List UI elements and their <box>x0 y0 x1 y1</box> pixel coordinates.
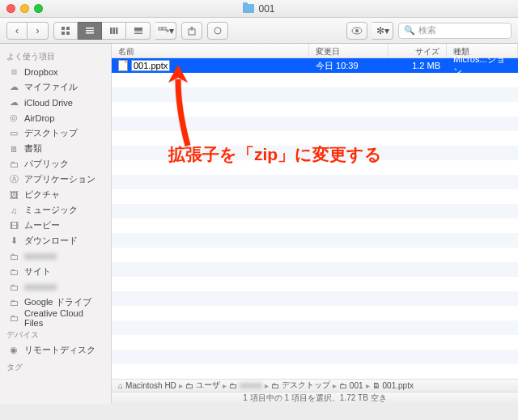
document-icon: 🗎 <box>8 144 19 154</box>
svg-rect-8 <box>113 28 115 34</box>
file-size: 1.2 MB <box>388 61 447 70</box>
sidebar-item-blurred2[interactable]: 🗀 <box>0 279 111 295</box>
svg-rect-9 <box>116 28 118 34</box>
hd-icon: ⌂ <box>118 381 123 390</box>
col-date[interactable]: 変更日 <box>309 44 388 57</box>
pictures-icon: 🖼 <box>8 190 19 200</box>
sidebar-item-music[interactable]: ♫ミュージック <box>0 202 111 218</box>
folder-icon: 🗀 <box>8 298 19 308</box>
dropbox-icon: ⧇ <box>8 67 19 77</box>
sidebar-item-movies[interactable]: 🎞ムービー <box>0 218 111 233</box>
arrange-button[interactable]: ▾ <box>155 22 176 40</box>
svg-rect-13 <box>159 28 162 30</box>
window-title: 001 <box>0 3 518 15</box>
svg-rect-6 <box>86 32 94 34</box>
folder-icon: 🗀 <box>229 381 237 390</box>
file-list-pane: 名前 変更日 サイズ 種類 001.pptx 今日 10:39 1.2 MB M… <box>112 44 518 404</box>
path-item[interactable]: ⌂Macintosh HD <box>118 381 176 390</box>
search-icon: 🔍 <box>404 25 415 36</box>
folder-icon: 🗀 <box>8 252 19 261</box>
folder-icon: 🗀 <box>8 282 19 292</box>
window-title-text: 001 <box>258 3 274 15</box>
svg-rect-5 <box>86 30 94 32</box>
svg-rect-12 <box>134 33 142 34</box>
file-date: 今日 10:39 <box>309 60 388 72</box>
svg-rect-2 <box>62 32 65 35</box>
disc-icon: ◉ <box>8 346 19 355</box>
column-view-button[interactable] <box>102 22 126 40</box>
arrange-group: ▾ <box>155 22 176 40</box>
sidebar-item-remotedisc[interactable]: ◉リモートディスク <box>0 342 111 358</box>
sidebar-item-airdrop[interactable]: ◎AirDrop <box>0 110 111 125</box>
nav-buttons: ‹ › <box>6 22 49 40</box>
desktop-icon: ▭ <box>8 129 19 138</box>
search-field[interactable]: 🔍 検索 <box>398 23 512 39</box>
forward-button[interactable]: › <box>28 22 49 40</box>
sidebar-heading-devices: デバイス <box>0 325 111 342</box>
sidebar: よく使う項目 ⧇Dropbox ☁マイファイル ☁iCloud Drive ◎A… <box>0 44 112 404</box>
svg-rect-1 <box>66 27 70 30</box>
col-size[interactable]: サイズ <box>388 44 447 57</box>
path-item[interactable]: 🗀 <box>229 381 262 390</box>
movie-icon: 🎞 <box>8 221 19 231</box>
path-item[interactable]: 🗎001.pptx <box>372 381 414 390</box>
cloud-icon: ☁ <box>8 83 19 92</box>
folder-icon: 🗀 <box>8 313 19 323</box>
svg-rect-0 <box>62 27 65 30</box>
sidebar-item-icloud[interactable]: ☁iCloud Drive <box>0 95 111 110</box>
sidebar-item-pictures[interactable]: 🖼ピクチャ <box>0 187 111 202</box>
file-icon <box>118 60 128 71</box>
file-rows: 001.pptx 今日 10:39 1.2 MB Micros...ション 拡張… <box>112 58 518 379</box>
music-icon: ♫ <box>8 206 19 215</box>
quicklook-button[interactable] <box>346 22 367 40</box>
folder-icon: 🗀 <box>185 381 193 390</box>
toolbar: ‹ › ▾ ✻▾ 🔍 検索 <box>0 18 518 44</box>
list-view-button[interactable] <box>78 22 102 40</box>
share-button[interactable] <box>181 22 202 40</box>
sidebar-item-sites[interactable]: 🗀サイト <box>0 264 111 279</box>
tags-button[interactable] <box>207 22 228 40</box>
svg-rect-7 <box>110 28 113 34</box>
svg-rect-11 <box>134 32 142 32</box>
view-switcher <box>53 22 151 40</box>
sidebar-item-dropbox[interactable]: ⧇Dropbox <box>0 64 111 79</box>
sidebar-heading-favorites: よく使う項目 <box>0 47 111 64</box>
sidebar-item-applications[interactable]: Ⓐアプリケーション <box>0 172 111 187</box>
path-bar: ⌂Macintosh HD▸ 🗀ユーザ▸ 🗀▸ 🗀デスクトップ▸ 🗀001▸ 🗎… <box>112 379 518 392</box>
folder-icon: 🗀 <box>339 381 347 390</box>
folder-icon: 🗀 <box>271 381 279 390</box>
sidebar-item-cc[interactable]: 🗀Creative Cloud Files <box>0 310 111 325</box>
download-icon: ⬇ <box>8 236 19 246</box>
coverflow-view-button[interactable] <box>126 22 151 40</box>
search-placeholder: 検索 <box>418 24 436 36</box>
sidebar-item-myfiles[interactable]: ☁マイファイル <box>0 79 111 95</box>
svg-point-18 <box>355 29 359 32</box>
cloud-icon: ☁ <box>8 98 19 108</box>
svg-rect-14 <box>163 28 166 30</box>
svg-rect-4 <box>86 28 94 29</box>
sidebar-item-desktop[interactable]: ▭デスクトップ <box>0 125 111 141</box>
action-button[interactable]: ✻▾ <box>372 22 393 40</box>
folder-icon <box>243 4 254 13</box>
annotation-arrow <box>163 65 204 154</box>
back-button[interactable]: ‹ <box>6 22 28 40</box>
sidebar-item-documents[interactable]: 🗎書類 <box>0 141 111 156</box>
icon-view-button[interactable] <box>53 22 78 40</box>
folder-icon: 🗀 <box>8 159 19 169</box>
svg-point-16 <box>214 28 221 34</box>
svg-rect-3 <box>66 32 70 35</box>
airdrop-icon: ◎ <box>8 113 19 123</box>
path-item[interactable]: 🗀デスクトップ <box>271 380 330 391</box>
file-icon: 🗎 <box>372 381 380 390</box>
svg-rect-10 <box>134 28 142 31</box>
sidebar-heading-tags: タグ <box>0 358 111 375</box>
path-item[interactable]: 🗀ユーザ <box>185 380 220 391</box>
app-icon: Ⓐ <box>8 175 19 185</box>
sidebar-item-downloads[interactable]: ⬇ダウンロード <box>0 233 111 248</box>
sidebar-item-blurred1[interactable]: 🗀 <box>0 248 111 264</box>
status-bar: 1 項目中の 1 項目を選択、1.72 TB 空き <box>112 392 518 405</box>
file-kind: Micros...ション <box>447 53 518 78</box>
sidebar-item-public[interactable]: 🗀パブリック <box>0 156 111 172</box>
col-name[interactable]: 名前 <box>112 44 309 57</box>
path-item[interactable]: 🗀001 <box>339 381 363 390</box>
